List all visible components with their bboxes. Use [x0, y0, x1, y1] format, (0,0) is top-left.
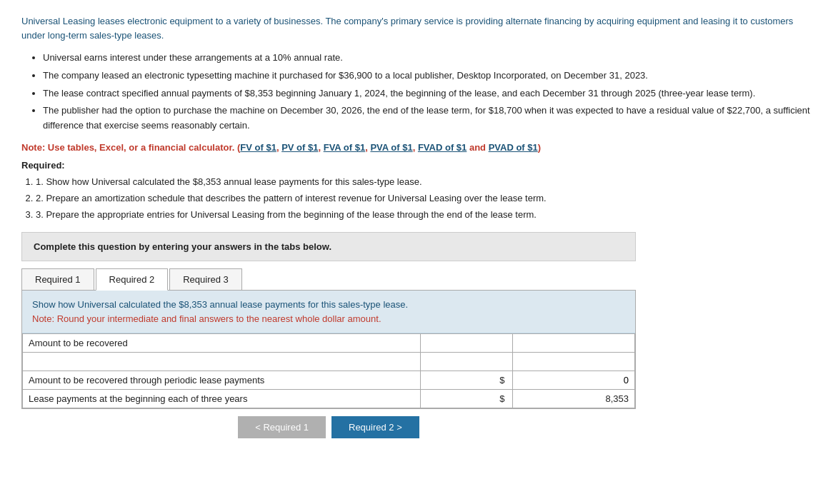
bottom-nav: < Required 1 Required 2 >: [21, 416, 636, 438]
note-label: Note: Use tables, Excel, or a financial …: [21, 142, 234, 153]
tab-content: Show how Universal calculated the $8,353…: [21, 291, 636, 409]
table-row-2: [23, 353, 635, 371]
next-button[interactable]: Required 2 >: [331, 416, 419, 438]
row3-label: Amount to be recovered through periodic …: [23, 371, 421, 390]
row2-value-cell: [512, 353, 634, 371]
required-item-3: 3. Prepare the appropriate entries for U…: [36, 208, 812, 223]
row1-input-cell[interactable]: [421, 334, 513, 353]
bullet-1: Universal earns interest under these arr…: [43, 51, 812, 66]
table-row-1: Amount to be recovered: [23, 334, 635, 353]
required-item-1: 1. Show how Universal calculated the $8,…: [36, 175, 812, 190]
row2-label: [23, 353, 421, 371]
complete-box: Complete this question by entering your …: [21, 232, 636, 261]
bullet-3: The lease contract specified annual paym…: [43, 86, 812, 101]
instruction-line2: Note: Round your intermediate and final …: [32, 313, 381, 324]
row2-input-cell[interactable]: [421, 353, 513, 371]
tab-required-3[interactable]: Required 3: [169, 268, 242, 290]
pva-link[interactable]: PVA of $1: [370, 142, 412, 153]
form-table: Amount to be recovered Amount to be reco…: [22, 333, 635, 408]
tab-required-2[interactable]: Required 2: [96, 268, 169, 291]
bullet-list: Universal earns interest under these arr…: [43, 51, 812, 133]
required-label: Required:: [21, 160, 812, 171]
row1-value-cell: [512, 334, 634, 353]
tabs-container: Required 1 Required 2 Required 3: [21, 268, 636, 291]
row3-value[interactable]: [512, 371, 634, 390]
bullet-2: The company leased an electronic typeset…: [43, 69, 812, 84]
instruction-line1: Show how Universal calculated the $8,353…: [32, 299, 408, 310]
pvad-link[interactable]: PVAD of $1: [489, 142, 538, 153]
note-line: Note: Use tables, Excel, or a financial …: [21, 142, 812, 153]
row4-value: 8,353: [512, 390, 634, 408]
prev-button[interactable]: < Required 1: [238, 416, 326, 438]
row4-label: Lease payments at the beginning each of …: [23, 390, 421, 408]
row3-dollar: $: [421, 371, 513, 390]
tab-required-1[interactable]: Required 1: [21, 268, 94, 290]
pv-link[interactable]: PV of $1: [281, 142, 318, 153]
row4-value-text: 8,353: [605, 393, 629, 404]
fv-link[interactable]: FV of $1: [240, 142, 276, 153]
row3-input[interactable]: [519, 375, 629, 385]
tab-instruction: Show how Universal calculated the $8,353…: [22, 291, 635, 333]
required-items: 1. Show how Universal calculated the $8,…: [36, 175, 812, 222]
row4-dollar: $: [421, 390, 513, 408]
table-row-4: Lease payments at the beginning each of …: [23, 390, 635, 408]
fvad-link[interactable]: FVAD of $1: [418, 142, 467, 153]
required-item-2: 2. Prepare an amortization schedule that…: [36, 191, 812, 206]
bullet-4: The publisher had the option to purchase…: [43, 104, 812, 133]
table-row-3: Amount to be recovered through periodic …: [23, 371, 635, 390]
fva-link[interactable]: FVA of $1: [324, 142, 366, 153]
row1-label: Amount to be recovered: [23, 334, 421, 353]
intro-paragraph: Universal Leasing leases electronic equi…: [21, 14, 812, 42]
